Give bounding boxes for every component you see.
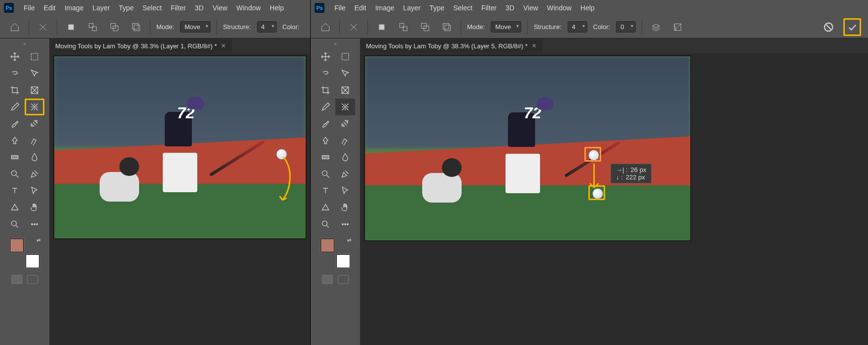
lasso-tool[interactable]: [316, 65, 335, 82]
eyedropper-tool[interactable]: [5, 99, 25, 115]
shape-tool[interactable]: [5, 199, 25, 216]
canvas[interactable]: 72: [49, 53, 310, 345]
menu-edit[interactable]: Edit: [352, 2, 369, 14]
background-color[interactable]: [336, 254, 350, 268]
structure-dropdown[interactable]: 4: [568, 21, 587, 33]
mode-dropdown[interactable]: Move: [180, 21, 211, 33]
new-selection-icon[interactable]: [374, 19, 390, 35]
standard-mode-icon[interactable]: [11, 275, 22, 284]
tool-preset-icon[interactable]: [346, 19, 362, 35]
menu-layer[interactable]: Layer: [400, 2, 424, 14]
magnify-tool[interactable]: [5, 216, 25, 233]
foreground-color[interactable]: [10, 239, 24, 252]
frame-tool[interactable]: [335, 82, 355, 99]
background-color[interactable]: [26, 254, 39, 268]
menu-filter[interactable]: Filter: [168, 2, 189, 14]
pen-tool[interactable]: [335, 166, 355, 182]
menu-type[interactable]: Type: [116, 2, 137, 14]
healing-tool[interactable]: [335, 115, 355, 132]
mode-dropdown[interactable]: Move: [491, 21, 521, 33]
type-tool[interactable]: [316, 182, 335, 199]
menu-file[interactable]: File: [331, 2, 349, 14]
edit-toolbar-icon[interactable]: [335, 216, 355, 233]
clone-tool[interactable]: [5, 132, 25, 149]
clone-tool[interactable]: [316, 132, 335, 149]
document-tab[interactable]: Moving Tools by Lam Toby @ 38.3% (Layer …: [49, 39, 232, 53]
close-icon[interactable]: ✕: [532, 42, 537, 49]
path-select-tool[interactable]: [25, 182, 44, 199]
menu-select[interactable]: Select: [450, 2, 475, 14]
sample-all-layers-icon[interactable]: [648, 19, 664, 35]
menu-filter[interactable]: Filter: [478, 2, 500, 14]
structure-dropdown[interactable]: 4: [257, 21, 277, 33]
cancel-transform-icon[interactable]: [820, 18, 837, 36]
lasso-tool[interactable]: [5, 65, 25, 82]
home-icon[interactable]: [7, 19, 23, 35]
canvas[interactable]: 72: [360, 53, 868, 345]
menu-file[interactable]: File: [21, 2, 38, 14]
source-selection[interactable]: [584, 147, 601, 162]
collapse-toolbar-icon[interactable]: «: [328, 41, 342, 46]
menu-3d[interactable]: 3D: [503, 2, 517, 14]
crop-tool[interactable]: [5, 82, 25, 99]
collapse-toolbar-icon[interactable]: «: [18, 41, 32, 46]
quickmask-mode-icon[interactable]: [338, 275, 349, 284]
zoom-tool[interactable]: [5, 166, 25, 182]
menu-type[interactable]: Type: [427, 2, 447, 14]
color-swatches[interactable]: ⇄: [321, 239, 350, 268]
menu-select[interactable]: Select: [140, 2, 165, 14]
shape-tool[interactable]: [316, 199, 335, 216]
brush-tool[interactable]: [316, 115, 335, 132]
marquee-tool[interactable]: [335, 48, 355, 65]
hand-tool[interactable]: [335, 199, 355, 216]
eyedropper-tool[interactable]: [316, 99, 335, 115]
quick-select-tool[interactable]: [25, 65, 44, 82]
healing-tool[interactable]: [25, 115, 44, 132]
menu-help[interactable]: Help: [267, 2, 287, 14]
history-brush-tool[interactable]: [335, 132, 355, 149]
close-icon[interactable]: ✕: [221, 42, 226, 49]
transform-on-drop-icon[interactable]: [670, 19, 686, 35]
move-tool[interactable]: [5, 48, 25, 65]
move-tool[interactable]: [316, 48, 335, 65]
document-tab[interactable]: Moving Tools by Lam Toby @ 38.3% (Layer …: [360, 39, 542, 53]
menu-window[interactable]: Window: [233, 2, 264, 14]
brush-tool[interactable]: [5, 115, 25, 132]
menu-edit[interactable]: Edit: [41, 2, 59, 14]
subtract-selection-icon[interactable]: [107, 19, 122, 35]
zoom-tool[interactable]: [316, 166, 335, 182]
target-selection[interactable]: [588, 185, 605, 200]
foreground-color[interactable]: [321, 239, 334, 252]
subtract-selection-icon[interactable]: [417, 19, 433, 35]
crop-tool[interactable]: [316, 82, 335, 99]
new-selection-icon[interactable]: [63, 19, 79, 35]
path-select-tool[interactable]: [335, 182, 355, 199]
commit-transform-icon[interactable]: [843, 18, 861, 36]
edit-toolbar-icon[interactable]: [25, 216, 44, 233]
intersect-selection-icon[interactable]: [439, 19, 455, 35]
menu-layer[interactable]: Layer: [90, 2, 113, 14]
menu-image[interactable]: Image: [372, 2, 398, 14]
standard-mode-icon[interactable]: [322, 275, 333, 284]
menu-help[interactable]: Help: [578, 2, 598, 14]
color-dropdown[interactable]: 0: [616, 21, 636, 33]
marquee-tool[interactable]: [25, 48, 44, 65]
swap-colors-icon[interactable]: ⇄: [347, 238, 351, 243]
gradient-tool[interactable]: [316, 149, 335, 166]
tool-preset-icon[interactable]: [35, 19, 51, 35]
history-brush-tool[interactable]: [25, 132, 44, 149]
content-aware-move-tool[interactable]: [25, 99, 44, 115]
blur-tool[interactable]: [25, 149, 44, 166]
add-selection-icon[interactable]: [396, 19, 411, 35]
menu-window[interactable]: Window: [544, 2, 575, 14]
quickmask-mode-icon[interactable]: [27, 275, 38, 284]
blur-tool[interactable]: [335, 149, 355, 166]
gradient-tool[interactable]: [5, 149, 25, 166]
pen-tool[interactable]: [25, 166, 44, 182]
menu-3d[interactable]: 3D: [192, 2, 207, 14]
frame-tool[interactable]: [25, 82, 44, 99]
add-selection-icon[interactable]: [85, 19, 101, 35]
quick-select-tool[interactable]: [335, 65, 355, 82]
magnify-tool[interactable]: [316, 216, 335, 233]
type-tool[interactable]: [5, 182, 25, 199]
